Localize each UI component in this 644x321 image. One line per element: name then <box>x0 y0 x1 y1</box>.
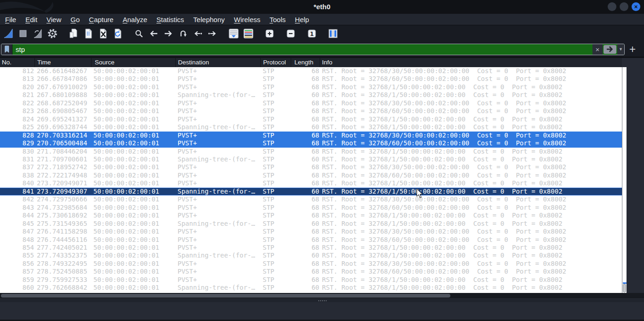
packet-source: 50:00:00:02:00:01 <box>92 67 176 75</box>
packet-row[interactable]: 820 267.676910029 50:00:00:02:00:01 PVST… <box>0 83 622 91</box>
add-filter-button-plus[interactable]: + <box>629 44 636 55</box>
close-button[interactable]: × <box>632 2 640 11</box>
packet-destination: Spanning-tree-(for-… <box>176 91 261 99</box>
apply-filter-button[interactable] <box>604 45 616 54</box>
go-first-packet-button[interactable] <box>191 27 204 40</box>
packet-row[interactable]: 843 274.732985684 50:00:00:02:00:01 PVST… <box>0 204 622 212</box>
column-header-info[interactable]: Info <box>320 58 622 67</box>
packet-row[interactable]: 845 275.731549365 50:00:00:02:00:01 Span… <box>0 220 622 228</box>
menu-statistics[interactable]: Statistics <box>152 16 189 23</box>
restart-capture-button[interactable] <box>31 27 44 40</box>
menu-capture[interactable]: Capture <box>84 16 118 23</box>
packet-row[interactable]: 847 276.741158298 50:00:00:02:00:01 PVST… <box>0 228 622 235</box>
menu-file[interactable]: File <box>0 16 21 23</box>
column-header-source[interactable]: Source <box>92 58 176 67</box>
packet-row[interactable]: 848 276.744456116 50:00:00:02:00:01 PVST… <box>0 236 622 244</box>
vertical-scrollbar-thumb[interactable] <box>623 284 626 292</box>
column-header-time[interactable]: Time <box>35 58 92 67</box>
auto-scroll-button[interactable] <box>227 27 240 40</box>
go-to-packet-button[interactable] <box>177 27 190 40</box>
close-file-button[interactable] <box>97 27 109 40</box>
menu-go[interactable]: Go <box>66 16 84 23</box>
capture-options-button[interactable] <box>46 27 59 40</box>
packet-info: RST. Root = 32768/1/50:00:00:02:00:00 Co… <box>320 244 622 252</box>
packet-row[interactable]: 856 278.749322495 50:00:00:02:00:01 PVST… <box>0 260 622 268</box>
packet-row[interactable]: 824 269.695241327 50:00:00:02:00:01 PVST… <box>0 115 622 123</box>
minimize-button[interactable] <box>608 2 616 11</box>
splitter-grip-dots <box>318 300 319 301</box>
filter-history-dropdown[interactable]: ▼ <box>617 44 624 55</box>
zoom-out-button[interactable] <box>284 27 297 40</box>
packet-row[interactable]: 822 268.687252049 50:00:00:02:00:01 PVST… <box>0 99 622 107</box>
display-filter-input[interactable]: stp <box>12 44 592 55</box>
packet-info: RST. Root = 32768/30/50:00:00:02:00:00 C… <box>320 228 622 235</box>
go-back-button[interactable] <box>147 27 160 40</box>
menu-tools[interactable]: Tools <box>265 16 290 23</box>
packet-row[interactable]: 860 279.762668842 50:00:00:02:00:01 Span… <box>0 284 622 292</box>
packet-protocol: STP <box>261 195 291 203</box>
vertical-scrollbar[interactable] <box>622 67 627 293</box>
packet-row[interactable]: 813 266.667847086 50:00:00:02:00:01 PVST… <box>0 75 622 83</box>
packet-row[interactable]: 859 279.759927533 50:00:00:02:00:01 PVST… <box>0 276 622 284</box>
packet-row[interactable]: 854 277.742405021 50:00:00:02:00:01 PVST… <box>0 244 622 252</box>
packet-source: 50:00:00:02:00:01 <box>92 252 176 259</box>
packet-length: 68 <box>291 115 320 123</box>
horizontal-scrollbar[interactable] <box>0 293 644 298</box>
zoom-in-button[interactable] <box>263 27 276 40</box>
packet-row[interactable]: 855 277.743352375 50:00:00:02:00:01 Span… <box>0 252 622 259</box>
packet-row[interactable]: 821 267.680109888 50:00:00:02:00:01 Span… <box>0 91 622 99</box>
find-packet-button[interactable] <box>132 27 145 40</box>
save-file-button[interactable] <box>82 27 95 40</box>
go-forward-button[interactable] <box>162 27 175 40</box>
packet-row[interactable]: 857 278.752450885 50:00:00:02:00:01 PVST… <box>0 268 622 275</box>
packet-row[interactable]: 838 272.722174948 50:00:00:02:00:01 PVST… <box>0 172 622 179</box>
pane-splitter[interactable] <box>0 298 644 302</box>
packet-length: 60 <box>291 91 320 99</box>
title-bar: *eth0 × <box>0 0 644 14</box>
start-capture-button[interactable] <box>2 27 15 40</box>
packet-row[interactable]: 837 272.718952742 50:00:00:02:00:01 PVST… <box>0 163 622 171</box>
packet-info: RST. Root = 32768/1/50:00:00:02:00:00 Co… <box>320 179 622 187</box>
filter-bookmark-button[interactable] <box>1 44 12 55</box>
packet-row[interactable]: 828 270.703316214 50:00:00:02:00:01 PVST… <box>0 132 622 139</box>
go-last-packet-button[interactable] <box>206 27 219 40</box>
packet-row[interactable]: 823 268.690805467 50:00:00:02:00:01 PVST… <box>0 107 622 115</box>
normal-size-button[interactable]: 1 <box>305 27 318 40</box>
stop-capture-button[interactable] <box>17 27 29 40</box>
menu-help[interactable]: Help <box>290 16 314 23</box>
menu-view[interactable]: View <box>42 16 66 23</box>
colorize-button[interactable] <box>242 27 255 40</box>
reload-file-button[interactable] <box>111 27 124 40</box>
packet-row[interactable]: 825 269.696328744 50:00:00:02:00:01 Span… <box>0 123 622 131</box>
packet-source: 50:00:00:02:00:01 <box>92 228 176 235</box>
packet-destination: PVST+ <box>176 236 261 244</box>
packet-row[interactable]: 841 273.720949307 50:00:00:02:00:01 Span… <box>0 188 622 195</box>
column-header-length[interactable]: Length <box>291 58 320 67</box>
menu-analyze[interactable]: Analyze <box>118 16 152 23</box>
clear-filter-button[interactable]: × <box>592 44 603 55</box>
arrow-right-icon <box>163 28 174 39</box>
horizontal-scrollbar-thumb[interactable] <box>1 294 450 298</box>
packet-row[interactable]: 840 273.720949071 50:00:00:02:00:01 PVST… <box>0 179 622 187</box>
packet-length: 68 <box>291 195 320 203</box>
resize-columns-button[interactable] <box>327 27 339 40</box>
packet-length: 68 <box>291 236 320 244</box>
resize-columns-icon <box>328 28 339 39</box>
packet-row[interactable]: 844 275.730618692 50:00:00:02:00:01 PVST… <box>0 212 622 219</box>
packet-row[interactable]: 829 270.706500484 50:00:00:02:00:01 PVST… <box>0 139 622 147</box>
packet-row[interactable]: 831 271.709700601 50:00:00:02:00:01 Span… <box>0 155 622 163</box>
packet-row[interactable]: 830 271.708446204 50:00:00:02:00:01 PVST… <box>0 148 622 155</box>
column-header-no[interactable]: No. <box>0 58 35 67</box>
packet-row[interactable]: 842 274.729750666 50:00:00:02:00:01 PVST… <box>0 195 622 203</box>
packet-list-header: No. Time Source Destination Protocol Len… <box>0 58 622 67</box>
packet-info: RST. Root = 32768/1/50:00:00:02:00:00 Co… <box>320 284 622 292</box>
open-file-button[interactable] <box>67 27 80 40</box>
maximize-button[interactable] <box>620 2 628 11</box>
packet-no: 848 <box>0 236 35 244</box>
menu-edit[interactable]: Edit <box>21 16 42 23</box>
column-header-destination[interactable]: Destination <box>176 58 261 67</box>
menu-wireless[interactable]: Wireless <box>230 16 265 23</box>
menu-telephony[interactable]: Telephony <box>189 16 229 23</box>
packet-row[interactable]: 812 266.661648267 50:00:00:02:00:01 PVST… <box>0 67 622 75</box>
column-header-protocol[interactable]: Protocol <box>261 58 291 67</box>
